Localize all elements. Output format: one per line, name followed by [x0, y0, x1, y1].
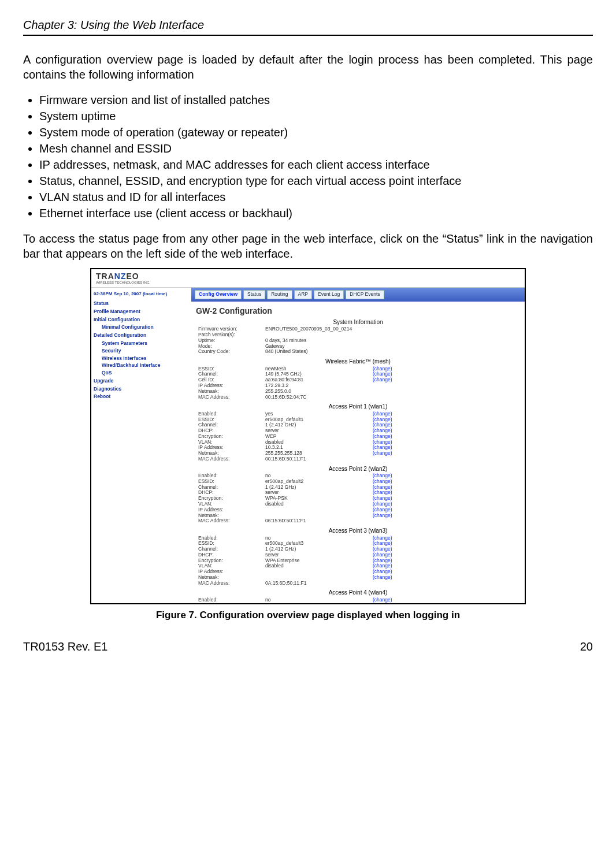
section-heading: Wireless Fabric™ (mesh) — [191, 358, 525, 365]
tab[interactable]: DHCP Events — [346, 290, 384, 299]
row-value — [265, 569, 373, 575]
tab[interactable]: Config Overview — [195, 290, 242, 299]
table-row: IP Address:172.29.3.2 — [198, 383, 396, 389]
row-value: disabled — [265, 501, 373, 507]
tab[interactable]: ARP — [294, 290, 312, 299]
row-key: MAC Address: — [198, 518, 265, 524]
table-row: MAC Address:00:15:6D:52:04:7C — [198, 395, 396, 400]
table-row: Channel:1 (2.412 GHz)(change) — [198, 547, 396, 552]
row-key: Country Code: — [198, 349, 265, 355]
row-value — [265, 507, 373, 513]
row-value: server — [265, 428, 373, 434]
sidebar-item[interactable]: QoS — [102, 370, 189, 376]
table-row: VLAN:disabled(change) — [198, 440, 396, 445]
tab-bar: Config OverviewStatusRoutingARPEvent Log… — [191, 288, 525, 302]
row-change[interactable]: (change) — [373, 451, 396, 456]
info-table: Enabled:no(change) — [198, 597, 396, 603]
sidebar-item[interactable]: Upgrade — [94, 378, 189, 384]
logo-row: TRANZEO WIRELESS TECHNOLOGIES INC. — [91, 269, 525, 288]
section-heading: Access Point 1 (wlan1) — [191, 403, 525, 410]
feature-item: System uptime — [39, 109, 593, 124]
table-row: ESSID:er500ap_default1(change) — [198, 417, 396, 423]
sidebar-item[interactable]: Security — [102, 348, 189, 354]
sidebar-item[interactable]: Initial Configuration — [94, 317, 189, 323]
feature-item: Firmware version and list of installed p… — [39, 92, 593, 107]
row-change — [373, 518, 396, 524]
row-value: 06:15:6D:50:11:F1 — [265, 518, 373, 524]
section-heading: Access Point 4 (wlan4) — [191, 589, 525, 596]
sidebar-item[interactable]: Wired/Backhaul Interface — [102, 363, 189, 369]
table-row: Encryption:WPA-PSK(change) — [198, 496, 396, 501]
row-change[interactable]: (change) — [373, 597, 396, 603]
row-change[interactable]: (change) — [373, 377, 396, 383]
sidebar-item[interactable]: Status — [94, 301, 189, 307]
row-value: 840 (United States) — [265, 349, 373, 355]
logo-pre: TRA — [96, 272, 114, 281]
row-change — [373, 456, 396, 462]
section-heading: Access Point 3 (wlan3) — [191, 527, 525, 534]
feature-item: IP addresses, netmask, and MAC addresses… — [39, 157, 593, 172]
intro-paragraph: A configuration overview page is loaded … — [23, 52, 593, 82]
feature-item: Status, channel, ESSID, and encryption t… — [39, 173, 593, 188]
sidebar-item[interactable]: Minimal Configuration — [102, 325, 189, 330]
feature-item: VLAN status and ID for all interfaces — [39, 190, 593, 205]
content-area: Config OverviewStatusRoutingARPEvent Log… — [191, 288, 525, 603]
page-title: GW-2 Configuration — [196, 306, 525, 315]
row-value: disabled — [265, 563, 373, 569]
table-row: DHCP:server(change) — [198, 428, 396, 434]
tab[interactable]: Event Log — [314, 290, 344, 299]
table-row: ESSID:er500ap_default2(change) — [198, 479, 396, 485]
feature-item: Mesh channel and ESSID — [39, 141, 593, 156]
row-key: MAC Address: — [198, 581, 265, 586]
footer-right: 20 — [580, 639, 593, 654]
row-change[interactable]: (change) — [373, 513, 396, 519]
tab[interactable]: Status — [243, 290, 265, 299]
row-change — [373, 326, 376, 332]
sidebar-item[interactable]: Reboot — [94, 394, 189, 400]
row-change — [373, 389, 396, 395]
table-row: Enabled:no(change) — [198, 597, 396, 603]
feature-list: Firmware version and list of installed p… — [39, 92, 593, 221]
table-row: VLAN:disabled(change) — [198, 501, 396, 507]
table-row: MAC Address:00:15:6D:50:11:F1 — [198, 456, 396, 462]
logo-sub: WIRELESS TECHNOLOGIES INC. — [96, 281, 520, 285]
footer-left: TR0153 Rev. E1 — [23, 639, 107, 654]
table-row: VLAN:disabled(change) — [198, 563, 396, 569]
logo-post: EO — [126, 272, 139, 281]
row-change — [373, 581, 396, 586]
table-row: ESSID:er500ap_default3(change) — [198, 541, 396, 547]
info-table: Enabled:yes(change)ESSID:er500ap_default… — [198, 411, 396, 462]
chapter-header: Chapter 3: Using the Web Interface — [23, 17, 593, 36]
info-table: Firmware version:ENROUTE500_20070905_03_… — [198, 326, 376, 355]
feature-item: Ethernet interface use (client access or… — [39, 206, 593, 221]
sidebar-item[interactable]: Detailed Configuration — [94, 333, 189, 339]
table-row: Channel:1 (2.412 GHz)(change) — [198, 422, 396, 428]
row-change — [373, 349, 376, 355]
sidebar-item[interactable]: Wireless Interfaces — [102, 356, 189, 362]
info-table: Enabled:no(change)ESSID:er500ap_default2… — [198, 473, 396, 524]
row-key: MAC Address: — [198, 456, 265, 462]
row-value: 1 (2.412 GHz) — [265, 422, 373, 428]
tab[interactable]: Routing — [267, 290, 292, 299]
row-key: Enabled: — [198, 597, 265, 603]
sidebar-item[interactable]: System Parameters — [102, 341, 189, 347]
table-row: Channel:1 (2.412 GHz)(change) — [198, 485, 396, 491]
figure-caption: Figure 7. Configuration overview page di… — [23, 609, 593, 622]
row-value: 00:15:6D:52:04:7C — [265, 395, 373, 400]
table-row: Country Code:840 (United States) — [198, 349, 376, 355]
row-change — [373, 344, 376, 350]
table-row: MAC Address:06:15:6D:50:11:F1 — [198, 518, 396, 524]
section-heading: System Information — [191, 319, 525, 326]
row-change[interactable]: (change) — [373, 575, 396, 581]
row-key: MAC Address: — [198, 395, 265, 400]
sidebar-item[interactable]: Diagnostics — [94, 387, 189, 392]
row-value: no — [265, 597, 373, 603]
table-row: DHCP:server(change) — [198, 490, 396, 496]
table-row: Encryption:WEP(change) — [198, 434, 396, 440]
sidebar-time: 02:38PM Sep 10, 2007 (local time) — [94, 291, 189, 296]
table-row: IP Address:(change) — [198, 507, 396, 513]
table-row: Uptime:0 days, 34 minutes — [198, 338, 376, 344]
row-value: 1 (2.412 GHz) — [265, 547, 373, 552]
row-value: 00:15:6D:50:11:F1 — [265, 456, 373, 462]
sidebar-item[interactable]: Profile Management — [94, 309, 189, 315]
